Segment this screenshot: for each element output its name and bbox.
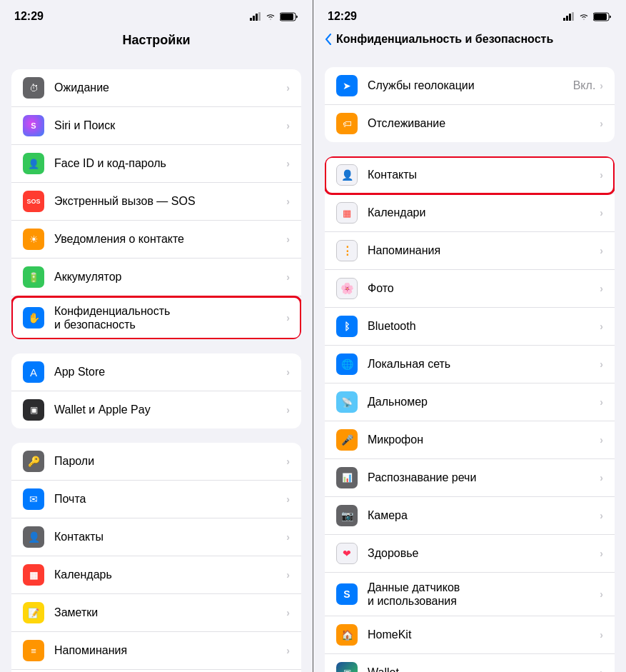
settings-item-calendars-right[interactable]: ▦ Календари › [325,194,615,232]
calendar-label-left: Календарь [54,568,286,583]
chevron-icon: › [286,312,290,324]
location-label: Службы геолокации [368,79,573,94]
location-icon: ➤ [336,75,358,96]
time-right: 12:29 [328,10,357,23]
settings-item-sos[interactable]: SOS Экстренный вызов — SOS › [11,183,301,221]
wallet-icon: ▣ [23,399,44,421]
microphone-label-right: Микрофон [368,433,600,448]
chevron-icon: › [286,404,290,416]
time-left: 12:29 [14,10,44,23]
settings-group-1: ⏱ Ожидание › S Siri и Поиск › 👤 Face ID … [11,69,301,339]
bluetooth-label-right: Bluetooth [368,319,600,334]
privacy-label: Конфиденциальностьи безопасность [54,304,286,331]
appstore-icon: A [23,361,44,383]
settings-item-battery[interactable]: 🔋 Аккумулятор › [11,259,301,296]
svg-rect-6 [563,18,565,21]
chevron-icon: › [600,118,603,129]
settings-item-calendar-left[interactable]: ▦ Календарь › [11,556,301,594]
bluetooth-icon-right: ᛒ [336,316,358,337]
settings-item-bluetooth-right[interactable]: ᛒ Bluetooth › [325,308,615,346]
chevron-icon: › [600,396,603,408]
settings-item-reminders-left[interactable]: ≡ Напоминания › [11,632,301,670]
chevron-icon: › [286,531,290,543]
contact-notif-icon: ☀ [23,229,44,250]
right-group-1: ➤ Службы геолокации Вкл. › 🏷 Отслеживани… [325,67,615,142]
settings-item-focus-right[interactable]: 📡 Дальномер › [325,383,615,421]
settings-item-faceid[interactable]: 👤 Face ID и код-пароль › [11,145,301,183]
settings-item-appstore[interactable]: A App Store › [11,353,301,391]
photos-label-right: Фото [368,281,600,296]
contacts-icon-left: 👤 [23,526,44,548]
chevron-icon: › [286,158,290,169]
back-button[interactable] [325,34,332,45]
settings-item-sensors-right[interactable]: S Данные датчикови использования › [325,573,615,616]
settings-item-mail[interactable]: ✉ Почта › [11,481,301,518]
settings-item-standby[interactable]: ⏱ Ожидание › [11,69,301,107]
settings-item-reminders-right[interactable]: ⋮ Напоминания › [325,232,615,270]
focus-label-right: Дальномер [368,395,600,410]
settings-item-privacy[interactable]: ✋ Конфиденциальностьи безопасность › [11,296,301,339]
settings-item-passwords[interactable]: 🔑 Пароли › [11,443,301,481]
settings-item-homekit-right[interactable]: 🏠 HomeKit › [325,616,615,654]
chevron-icon: › [286,82,290,94]
wallet-label: Wallet и Apple Pay [54,403,286,418]
chevron-icon: › [600,510,603,521]
faceid-label: Face ID и код-пароль [54,156,286,171]
notes-label: Заметки [54,606,286,621]
reminders-icon-left: ≡ [23,640,44,661]
settings-item-localnet-right[interactable]: 🌐 Локальная сеть › [325,346,615,383]
sos-icon: SOS [23,191,44,212]
chevron-icon: › [286,271,290,283]
calendars-label-right: Календари [368,206,600,221]
sensors-label-right: Данные датчикови использования [368,581,600,608]
settings-item-wallet[interactable]: ▣ Wallet и Apple Pay › [11,391,301,428]
chevron-icon: › [600,207,603,219]
wallet-icon-right: ▣ [336,662,358,672]
chevron-icon: › [286,569,290,581]
settings-item-tracking[interactable]: 🏷 Отслеживание › [325,105,615,142]
chevron-icon: › [286,607,290,618]
settings-item-camera-right[interactable]: 📷 Камера › [325,497,615,535]
sos-label: Экстренный вызов — SOS [54,194,286,209]
settings-item-speech-right[interactable]: 📊 Распознавание речи › [325,459,615,497]
signal-icon-right [563,12,575,21]
left-panel: 12:29 Настройки [0,0,313,672]
chevron-icon: › [600,629,603,641]
settings-scroll-left[interactable]: ⏱ Ожидание › S Siri и Поиск › 👤 Face ID … [0,55,313,672]
reminders-label-right: Напоминания [368,244,600,259]
settings-item-siri[interactable]: S Siri и Поиск › [11,107,301,145]
settings-scroll-right[interactable]: ➤ Службы геолокации Вкл. › 🏷 Отслеживани… [313,53,626,672]
speech-icon-right: 📊 [336,467,358,488]
homekit-label-right: HomeKit [368,628,600,643]
page-title-right: Конфиденциальность и безопасность [336,33,553,46]
settings-item-microphone-right[interactable]: 🎤 Микрофон › [325,421,615,459]
svg-rect-8 [569,14,571,21]
settings-item-notes[interactable]: 📝 Заметки › [11,594,301,632]
contact-notif-label: Уведомления о контакте [54,232,286,247]
settings-item-wallet-right[interactable]: ▣ Wallet › [325,654,615,672]
right-panel: 12:29 Конфи [313,0,626,672]
settings-item-photos-right[interactable]: 🌸 Фото › [325,270,615,308]
health-label-right: Здоровье [368,546,600,561]
calendar-icon-left: ▦ [23,564,44,586]
photos-icon-right: 🌸 [336,278,358,299]
settings-item-contact-notif[interactable]: ☀ Уведомления о контакте › [11,221,301,259]
notes-icon: 📝 [23,602,44,623]
settings-item-health-right[interactable]: ❤ Здоровье › [325,535,615,573]
health-icon-right: ❤ [336,543,358,564]
standby-label: Ожидание [54,81,286,96]
settings-item-location[interactable]: ➤ Службы геолокации Вкл. › [325,67,615,105]
faceid-icon: 👤 [23,153,44,174]
contacts-label-left: Контакты [54,530,286,545]
localnet-label-right: Локальная сеть [368,357,600,372]
chevron-icon: › [600,80,603,91]
location-value: Вкл. [573,79,596,92]
settings-item-contacts-left[interactable]: 👤 Контакты › [11,518,301,556]
page-title-left: Настройки [0,27,313,55]
nav-header-right: Конфиденциальность и безопасность [313,27,626,53]
wifi-icon [265,12,276,21]
status-bar-left: 12:29 [0,0,313,27]
contacts-icon-right: 👤 [336,164,358,186]
chevron-icon: › [286,645,290,656]
settings-item-contacts-right[interactable]: 👤 Контакты › [325,156,615,194]
